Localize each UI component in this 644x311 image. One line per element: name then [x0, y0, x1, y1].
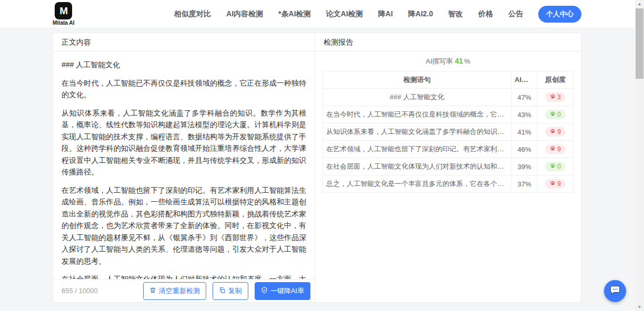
- paragraph: ### 人工智能文化: [62, 59, 306, 71]
- brand-logo-icon: M: [55, 2, 72, 19]
- nav-item-similarity[interactable]: 相似度对比: [174, 9, 211, 19]
- scroll-up-arrow[interactable]: ▲: [635, 0, 644, 8]
- originality-badge: 0: [545, 110, 566, 119]
- clear-redetect-button[interactable]: 清空重新检测: [143, 282, 206, 300]
- originality-count: 3: [557, 94, 561, 101]
- sentence-cell: 在社会层面，人工智能文化体现为人们对新技术的认知和态度。一方面，...: [323, 158, 511, 175]
- footer-buttons: 清空重新检测 复制 一键降AI率: [143, 282, 310, 300]
- table-row[interactable]: 在社会层面，人工智能文化体现为人们对新技术的认知和态度。一方面，... 39% …: [323, 158, 573, 175]
- detection-table: 检测语句 AI概率 原创度 ### 人工智能文化 47% 3 在当今时代，人工智…: [323, 71, 573, 193]
- originality-cell: 9: [538, 123, 573, 141]
- originality-badge: 3: [545, 92, 566, 102]
- sentence-cell: 在艺术领域，人工智能也留下了深刻的印记。有艺术家利用人工智能算法...: [323, 141, 511, 158]
- originality-count: 9: [557, 146, 561, 153]
- originality-badge: 9: [545, 179, 566, 189]
- table-row[interactable]: 从知识体系来看，人工智能文化涵盖了多学科融合的知识。数学作为其根... 41% …: [323, 123, 573, 141]
- paw-icon: [550, 94, 556, 101]
- paragraph: 在社会层面，人工智能文化体现为人们对新技术的认知和态度。一方面，大众对人工智能带…: [62, 273, 306, 279]
- table-row[interactable]: 在当今时代，人工智能已不再仅仅是科技领域的概念，它正在形成一种独... 43% …: [323, 106, 573, 123]
- brand-logo[interactable]: M Mitata AI: [53, 2, 74, 26]
- probability-cell: 39%: [511, 158, 538, 175]
- nav-item-batch-ai-detect[interactable]: *条AI检测: [278, 9, 310, 19]
- paw-icon: [550, 146, 556, 153]
- reduce-ai-rate-label: 一键降AI率: [270, 286, 304, 296]
- ai-write-rate: AI撰写率41%: [315, 51, 581, 71]
- nav-item-pricing[interactable]: 价格: [478, 9, 493, 19]
- shield-icon: [261, 287, 268, 295]
- probability-cell: 37%: [511, 175, 538, 193]
- nav-item-paper-ai-detect[interactable]: 论文AI检测: [326, 9, 363, 19]
- originality-badge: 9: [545, 144, 566, 154]
- nav-item-smart-rewrite[interactable]: 智改: [448, 9, 463, 19]
- content-panel: 正文内容 ### 人工智能文化 在当今时代，人工智能已不再仅仅是科技领域的概念，…: [53, 33, 315, 302]
- probability-cell: 41%: [511, 123, 538, 141]
- paw-icon: [550, 111, 556, 118]
- originality-count: 0: [557, 111, 561, 118]
- nav-item-announcement[interactable]: 公告: [508, 9, 523, 19]
- nav-item-reduce-ai-2[interactable]: 降AI2.0: [408, 9, 433, 19]
- table-row[interactable]: ### 人工智能文化 47% 3: [323, 89, 573, 106]
- originality-cell: 0: [538, 106, 573, 123]
- clear-redetect-label: 清空重新检测: [159, 286, 200, 296]
- copy-button[interactable]: 复制: [213, 282, 248, 300]
- ai-write-rate-unit: %: [464, 57, 470, 65]
- page-scrollbar[interactable]: ▲ ▼: [635, 0, 644, 311]
- originality-badge: 0: [545, 162, 566, 171]
- paragraph: 在当今时代，人工智能已不再仅仅是科技领域的概念，它正在形成一种独特的文化。: [62, 77, 306, 101]
- paragraph: 在艺术领域，人工智能也留下了深刻的印记。有艺术家利用人工智能算法生成绘画、音乐作…: [62, 184, 306, 267]
- originality-count: 0: [557, 163, 561, 170]
- table-header-row: 检测语句 AI概率 原创度: [323, 71, 573, 89]
- paragraph: 从知识体系来看，人工智能文化涵盖了多学科融合的知识。数学作为其根基，概率论、线性…: [62, 107, 306, 178]
- paw-icon: [550, 128, 556, 136]
- table-row[interactable]: 总之，人工智能文化是一个丰富且多元的体系，它在各个领域展现出独特... 37% …: [323, 175, 573, 193]
- reduce-ai-rate-button[interactable]: 一键降AI率: [255, 282, 310, 300]
- paw-icon: [550, 163, 556, 170]
- nav-item-reduce-ai[interactable]: 降AI: [378, 9, 393, 19]
- originality-cell: 9: [538, 175, 573, 193]
- sentence-cell: 从知识体系来看，人工智能文化涵盖了多学科融合的知识。数学作为其根...: [323, 123, 511, 141]
- originality-count: 9: [557, 180, 561, 188]
- top-navbar: M Mitata AI 相似度对比 AI内容检测 *条AI检测 论文AI检测 降…: [0, 0, 644, 28]
- header-sentence: 检测语句: [323, 71, 511, 89]
- char-counter: 655 / 10000: [62, 287, 98, 295]
- content-panel-title: 正文内容: [53, 33, 315, 51]
- report-panel: 检测报告 AI撰写率41% 检测语句 AI概率 原创度 ### 人工智能文化 4…: [315, 33, 581, 302]
- originality-cell: 0: [538, 158, 573, 175]
- brand-name: Mitata AI: [53, 20, 74, 26]
- originality-cell: 3: [538, 89, 573, 106]
- copy-icon: [219, 287, 226, 295]
- ai-write-rate-value: 41: [455, 57, 464, 65]
- header-probability: AI概率: [511, 71, 538, 89]
- main-card: 正文内容 ### 人工智能文化 在当今时代，人工智能已不再仅仅是科技领域的概念，…: [53, 33, 581, 303]
- trash-icon: [149, 287, 156, 295]
- originality-cell: 9: [538, 141, 573, 158]
- table-row[interactable]: 在艺术领域，人工智能也留下了深刻的印记。有艺术家利用人工智能算法... 46% …: [323, 141, 573, 158]
- probability-cell: 43%: [511, 106, 538, 123]
- editor-footer: 655 / 10000 清空重新检测 复制: [53, 279, 315, 302]
- ai-write-rate-label: AI撰写率: [426, 57, 452, 65]
- customer-service-chat-button[interactable]: [604, 280, 626, 302]
- paw-icon: [550, 180, 556, 188]
- nav-item-ai-content-detect[interactable]: AI内容检测: [226, 9, 263, 19]
- originality-badge: 9: [545, 127, 566, 137]
- chat-bubble-icon: [609, 284, 621, 298]
- copy-label: 复制: [228, 286, 242, 296]
- probability-cell: 47%: [511, 89, 538, 106]
- sentence-cell: 在当今时代，人工智能已不再仅仅是科技领域的概念，它正在形成一种独...: [323, 106, 511, 123]
- content-text-area[interactable]: ### 人工智能文化 在当今时代，人工智能已不再仅仅是科技领域的概念，它正在形成…: [53, 51, 315, 279]
- header-originality: 原创度: [538, 71, 573, 89]
- sentence-cell: 总之，人工智能文化是一个丰富且多元的体系，它在各个领域展现出独特...: [323, 175, 511, 193]
- report-panel-title: 检测报告: [315, 33, 581, 51]
- scroll-down-arrow[interactable]: ▼: [635, 303, 644, 311]
- originality-count: 9: [557, 128, 561, 136]
- probability-cell: 46%: [511, 141, 538, 158]
- sentence-cell: ### 人工智能文化: [323, 89, 511, 106]
- profile-center-button[interactable]: 个人中心: [538, 6, 581, 23]
- scroll-thumb[interactable]: [636, 8, 643, 79]
- nav-links: 相似度对比 AI内容检测 *条AI检测 论文AI检测 降AI 降AI2.0 智改…: [174, 6, 644, 23]
